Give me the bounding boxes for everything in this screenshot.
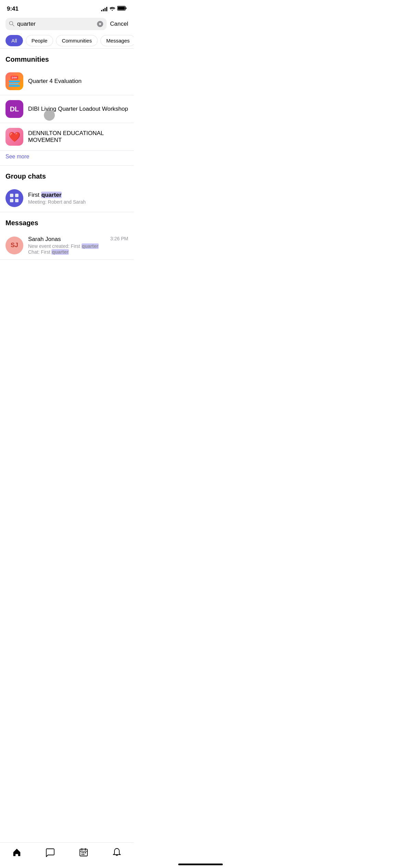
svg-rect-1 [118, 7, 125, 10]
community-item-denni[interactable]: ❤️ DENNILTON EDUCATIONAL MOVEMENT [0, 123, 134, 150]
signal-icon [101, 7, 107, 11]
group-chat-content: First quarter Meeting: Robert and Sarah [28, 192, 86, 205]
badge-24h: 24H [11, 76, 18, 80]
message-sender-name: Sarah Jonas [28, 236, 61, 243]
wifi-icon [109, 6, 115, 12]
community-avatar-dl: DL [5, 100, 23, 118]
groupchats-section-header: Group chats [0, 166, 134, 184]
status-bar: 9:41 [0, 0, 134, 15]
community-avatar-dem: ❤️ [5, 128, 23, 146]
clear-search-button[interactable] [97, 21, 103, 27]
community-q4-title: Quarter 4 Evaluation [28, 78, 82, 85]
community-item-dibi[interactable]: DL DIBI Living Quarter Loadout Workshop [0, 95, 134, 123]
message-avatar-sj: SJ [5, 237, 23, 254]
message-chat-label: Chat: First quarter [28, 249, 128, 255]
community-denni-content: DENNILTON EDUCATIONAL MOVEMENT [28, 130, 128, 144]
communities-section-header: Communities [0, 49, 134, 68]
cancel-button[interactable]: Cancel [110, 21, 128, 27]
highlight-quarter-1: quarter [41, 192, 62, 198]
tab-messages[interactable]: Messages [100, 35, 134, 46]
group-chat-title: First quarter [28, 192, 86, 198]
community-item-q4eval[interactable]: 24H Quarter 4 Evaluation [0, 68, 134, 95]
divider-message [0, 260, 134, 260]
store-shelves-icon [9, 81, 20, 87]
community-dibi-content: DIBI Living Quarter Loadout Workshop [28, 106, 128, 112]
highlight-quarter-2: quarter [82, 243, 99, 249]
heart-icon: ❤️ [9, 131, 21, 143]
tab-all[interactable]: All [5, 35, 23, 46]
status-icons [101, 6, 127, 12]
message-item-sarahjonas[interactable]: SJ Sarah Jonas 3:26 PM New event created… [0, 231, 134, 260]
message-header-sj: Sarah Jonas 3:26 PM [28, 236, 128, 243]
svg-rect-2 [126, 8, 127, 9]
scroll-content: Communities 24H Quarter 4 Evaluation DL … [0, 49, 134, 294]
search-icon [9, 21, 14, 27]
community-denni-title: DENNILTON EDUCATIONAL MOVEMENT [28, 130, 128, 144]
tab-people[interactable]: People [26, 35, 53, 46]
community-q4-content: Quarter 4 Evaluation [28, 78, 82, 85]
community-dibi-title: DIBI Living Quarter Loadout Workshop [28, 106, 128, 112]
group-chat-avatar [5, 189, 23, 207]
group-avatar-grid-icon [10, 194, 19, 203]
messages-section-header: Messages [0, 212, 134, 231]
message-time: 3:26 PM [110, 236, 128, 241]
community-avatar-q4: 24H [5, 72, 23, 90]
status-time: 9:41 [7, 5, 19, 12]
message-content-sj: Sarah Jonas 3:26 PM New event created: F… [28, 236, 128, 255]
search-input[interactable]: quarter [17, 21, 94, 27]
battery-icon [117, 6, 127, 12]
search-input-wrap[interactable]: quarter [5, 18, 107, 30]
svg-line-4 [13, 24, 14, 26]
tab-communities[interactable]: Communities [56, 35, 98, 46]
filter-tabs: All People Communities Messages [0, 33, 134, 48]
group-chat-item-firstquarter[interactable]: First quarter Meeting: Robert and Sarah [0, 184, 134, 212]
search-bar-row: quarter Cancel [0, 15, 134, 33]
message-preview: New event created: First quarter [28, 243, 128, 249]
see-more-communities[interactable]: See more [0, 151, 134, 165]
highlight-quarter-3: quarter [51, 249, 69, 255]
group-chat-subtitle: Meeting: Robert and Sarah [28, 199, 86, 205]
